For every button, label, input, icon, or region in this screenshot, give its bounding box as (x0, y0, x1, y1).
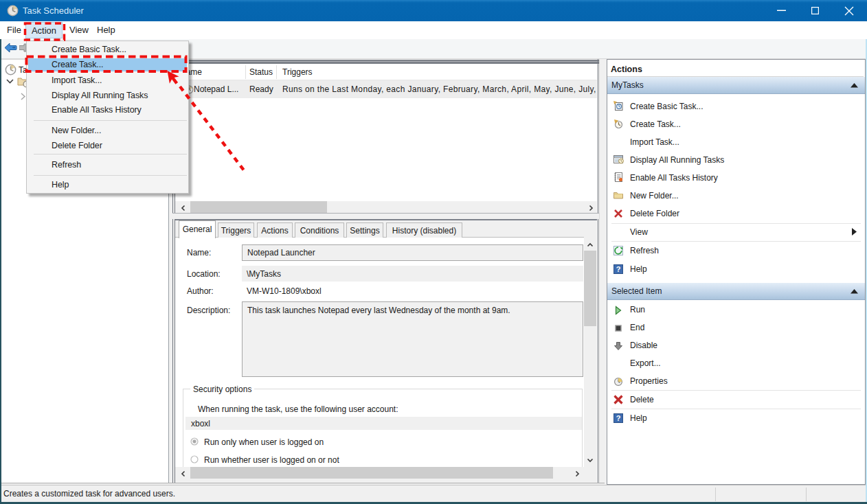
svg-text:?: ? (616, 414, 621, 422)
svg-text:?: ? (616, 265, 621, 273)
